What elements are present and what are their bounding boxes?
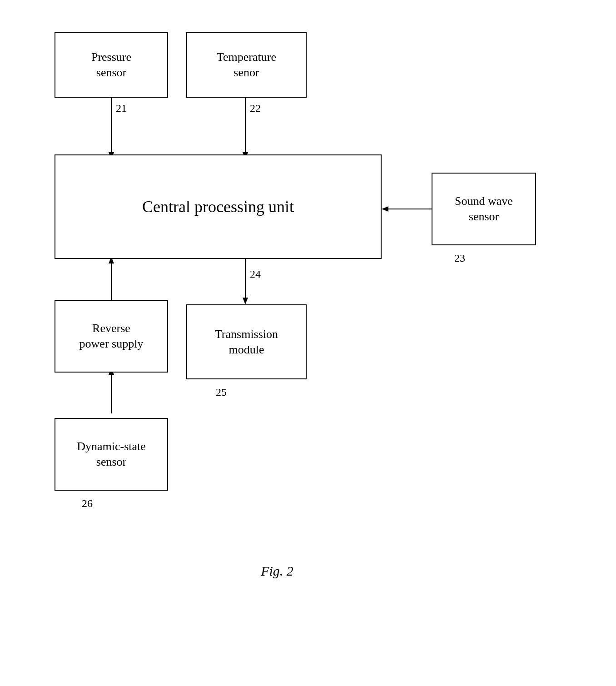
svg-marker-7 — [243, 298, 248, 304]
pressure-sensor-label: Pressure sensor — [91, 50, 131, 80]
figure-label: Fig. 2 — [209, 563, 345, 579]
svg-marker-5 — [382, 206, 388, 212]
id-label-26: 26 — [82, 497, 93, 510]
pressure-sensor-box: Pressure sensor — [55, 32, 168, 98]
dynamic-state-sensor-box: Dynamic-state sensor — [55, 418, 168, 491]
id-label-21: 21 — [116, 102, 127, 114]
temperature-sensor-box: Temperature senor — [186, 32, 307, 98]
transmission-module-box: Transmission module — [186, 304, 307, 379]
temperature-sensor-label: Temperature senor — [217, 50, 276, 80]
reverse-power-supply-box: Reverse power supply — [55, 300, 168, 373]
id-label-22: 22 — [250, 102, 261, 114]
cpu-box: Central processing unit — [55, 154, 382, 259]
dynamic-state-sensor-label: Dynamic-state sensor — [77, 439, 146, 470]
transmission-module-label: Transmission module — [215, 327, 278, 358]
cpu-label: Central processing unit — [142, 196, 294, 218]
id-label-24: 24 — [250, 268, 261, 280]
id-label-25: 25 — [216, 386, 227, 398]
diagram: Pressure sensor 21 Temperature senor 22 … — [27, 18, 591, 654]
sound-wave-sensor-label: Sound wave sensor — [455, 194, 513, 224]
reverse-power-supply-label: Reverse power supply — [79, 321, 144, 352]
sound-wave-sensor-box: Sound wave sensor — [432, 173, 536, 245]
id-label-23: 23 — [454, 252, 465, 264]
